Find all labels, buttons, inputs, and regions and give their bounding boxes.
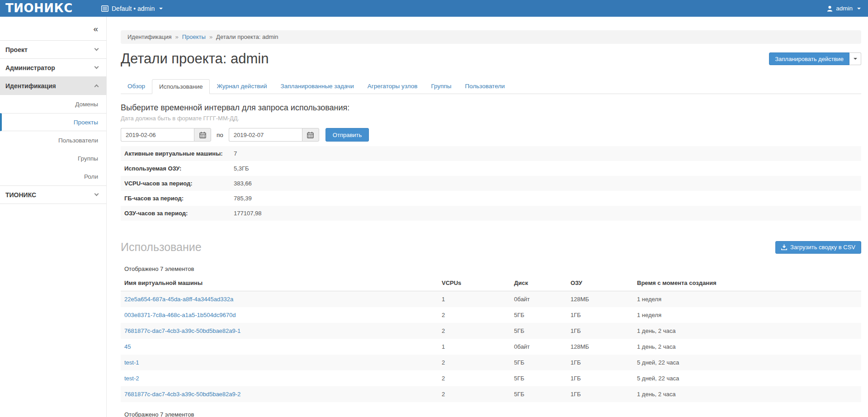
column-header-age: Время с момента создания bbox=[633, 275, 861, 291]
sidebar-section-project[interactable]: Проект bbox=[0, 41, 106, 59]
column-header-ram: ОЗУ bbox=[567, 275, 633, 291]
vm-name-link[interactable]: 45 bbox=[124, 343, 131, 350]
table-row: test-125ГБ1ГБ5 дней, 22 часа bbox=[121, 355, 861, 370]
vm-name-cell: 7681877c-dac7-4cb3-a39c-50bd5bae82a9-1 bbox=[121, 323, 438, 339]
sidebar-section-administrator[interactable]: Администратор bbox=[0, 59, 106, 77]
caret-down-icon bbox=[857, 8, 861, 9]
schedule-action-dropdown-toggle[interactable] bbox=[849, 52, 861, 65]
sidebar-item-groups[interactable]: Группы bbox=[0, 149, 106, 167]
column-header-disk: Диск bbox=[510, 275, 567, 291]
vm-name-cell: test-1 bbox=[121, 355, 438, 370]
vm-disk-cell: 5ГБ bbox=[510, 307, 567, 323]
table-row: test-225ГБ1ГБ5 дней, 22 часа bbox=[121, 370, 861, 386]
sidebar-section-identity[interactable]: Идентификация bbox=[0, 77, 106, 95]
tab-action-log[interactable]: Журнал действий bbox=[210, 79, 274, 94]
schedule-action-split-button: Запланировать действие bbox=[769, 52, 861, 65]
main-content: Идентификация»Проекты»Детали проекта: ad… bbox=[107, 30, 868, 417]
stat-label: VCPU-часов за период: bbox=[121, 180, 234, 187]
stat-row: Активные виртуальные машины:7 bbox=[121, 146, 861, 161]
chevron-down-icon bbox=[94, 192, 99, 196]
page-title: Детали проекта: admin bbox=[121, 50, 269, 67]
vm-age-cell: 1 неделя bbox=[633, 291, 861, 307]
vm-name-link[interactable]: 003e8371-7c8a-468c-a1a5-1b504dc9670d bbox=[124, 312, 236, 318]
calendar-icon[interactable] bbox=[302, 128, 319, 142]
table-row: 7681877c-dac7-4cb3-a39c-50bd5bae82a9-225… bbox=[121, 386, 861, 402]
sidebar-section-tionix[interactable]: ТИОНИКС bbox=[0, 186, 106, 204]
sidebar-collapse-row: « bbox=[0, 17, 106, 41]
stat-value: 5,3ГБ bbox=[234, 165, 249, 172]
usage-form-hint: Дата должна быть в формате ГГГГ-ММ-ДД. bbox=[121, 115, 861, 122]
submit-button[interactable]: Отправить bbox=[326, 128, 369, 142]
logo[interactable]: ТИОНИКС bbox=[0, 0, 101, 17]
vm-vcpus-cell: 2 bbox=[438, 386, 510, 402]
stat-label: ОЗУ-часов за период: bbox=[121, 210, 234, 217]
tab-scheduled-tasks[interactable]: Запланированные задачи bbox=[274, 79, 361, 94]
tab-host-aggregates[interactable]: Агрегаторы узлов bbox=[361, 79, 425, 94]
sidebar-item-users[interactable]: Пользователи bbox=[0, 131, 106, 149]
date-from-group bbox=[121, 128, 211, 142]
user-menu[interactable]: admin bbox=[827, 5, 868, 12]
vm-disk-cell: 0байт bbox=[510, 339, 567, 355]
breadcrumb-separator: » bbox=[209, 33, 212, 40]
table-row: 7681877c-dac7-4cb3-a39c-50bd5bae82a9-125… bbox=[121, 323, 861, 339]
vm-name-link[interactable]: 7681877c-dac7-4cb3-a39c-50bd5bae82a9-1 bbox=[124, 327, 241, 334]
stat-value: 177107,98 bbox=[234, 210, 261, 217]
table-count-top: Отображено 7 элементов bbox=[121, 265, 861, 272]
breadcrumb-item[interactable]: Проекты bbox=[182, 33, 206, 40]
vm-name-link[interactable]: 22e5a654-687a-45da-a8ff-4a3445ad332a bbox=[124, 296, 233, 303]
date-to-group bbox=[229, 128, 319, 142]
vm-ram-cell: 1ГБ bbox=[567, 355, 633, 370]
sidebar-section-label: Администратор bbox=[5, 64, 55, 71]
calendar-icon[interactable] bbox=[194, 128, 211, 142]
vm-age-cell: 1 день, 2 часа bbox=[633, 323, 861, 339]
date-to-input[interactable] bbox=[229, 128, 302, 142]
vm-vcpus-cell: 2 bbox=[438, 307, 510, 323]
vm-name-cell: 22e5a654-687a-45da-a8ff-4a3445ad332a bbox=[121, 291, 438, 307]
sidebar-section-label: ТИОНИКС bbox=[5, 191, 36, 199]
date-from-input[interactable] bbox=[121, 128, 194, 142]
usage-form-heading: Выберите временной интервал для запроса … bbox=[121, 103, 861, 113]
vm-ram-cell: 128МБ bbox=[567, 291, 633, 307]
vm-vcpus-cell: 2 bbox=[438, 323, 510, 339]
sidebar-item-domains[interactable]: Домены bbox=[0, 95, 106, 113]
stat-value: 7 bbox=[234, 150, 237, 157]
vm-disk-cell: 5ГБ bbox=[510, 323, 567, 339]
sidebar-item-roles[interactable]: Роли bbox=[0, 167, 106, 185]
vm-name-link[interactable]: test-1 bbox=[124, 359, 139, 366]
sidebar-item-projects[interactable]: Проекты bbox=[0, 113, 106, 131]
vm-disk-cell: 0байт bbox=[510, 291, 567, 307]
vm-name-link[interactable]: 7681877c-dac7-4cb3-a39c-50bd5bae82a9-2 bbox=[124, 391, 241, 398]
tab-overview[interactable]: Обзор bbox=[121, 79, 152, 94]
schedule-action-button[interactable]: Запланировать действие bbox=[769, 52, 849, 65]
table-row: 4510байт128МБ1 день, 2 часа bbox=[121, 339, 861, 355]
stat-label: Активные виртуальные машины: bbox=[121, 150, 234, 157]
breadcrumb-separator: » bbox=[175, 33, 178, 40]
chevron-down-icon bbox=[94, 47, 99, 51]
usage-section-title: Использование bbox=[121, 241, 202, 254]
vm-ram-cell: 1ГБ bbox=[567, 307, 633, 323]
tab-users[interactable]: Пользователи bbox=[458, 79, 512, 94]
table-header-row: Имя виртуальной машиныVCPUsДискОЗУВремя … bbox=[121, 275, 861, 291]
usage-stats: Активные виртуальные машины:7Используема… bbox=[121, 146, 861, 221]
sidebar-collapse-button[interactable]: « bbox=[93, 24, 98, 33]
download-csv-button[interactable]: Загрузить сводку в CSV bbox=[775, 241, 861, 254]
caret-down-icon bbox=[854, 58, 857, 60]
context-switcher[interactable]: Default • admin bbox=[101, 5, 163, 12]
table-row: 003e8371-7c8a-468c-a1a5-1b504dc9670d25ГБ… bbox=[121, 307, 861, 323]
vm-name-cell: 003e8371-7c8a-468c-a1a5-1b504dc9670d bbox=[121, 307, 438, 323]
to-label: по bbox=[217, 132, 223, 138]
vm-name-link[interactable]: test-2 bbox=[124, 375, 139, 382]
chevron-up-icon bbox=[94, 85, 99, 89]
download-icon bbox=[781, 244, 787, 250]
vm-age-cell: 1 день, 2 часа bbox=[633, 339, 861, 355]
sidebar-submenu-identity: ДоменыПроектыПользователиГруппыРоли bbox=[0, 95, 106, 186]
caret-down-icon bbox=[159, 8, 163, 9]
stat-value: 785,39 bbox=[234, 195, 252, 202]
user-icon bbox=[827, 5, 833, 12]
vm-disk-cell: 5ГБ bbox=[510, 370, 567, 386]
vm-ram-cell: 1ГБ bbox=[567, 323, 633, 339]
tab-groups[interactable]: Группы bbox=[425, 79, 458, 94]
column-header-name: Имя виртуальной машины bbox=[121, 275, 438, 291]
tab-usage[interactable]: Использование bbox=[152, 79, 210, 94]
usage-section-head: Использование Загрузить сводку в CSV bbox=[121, 241, 861, 254]
